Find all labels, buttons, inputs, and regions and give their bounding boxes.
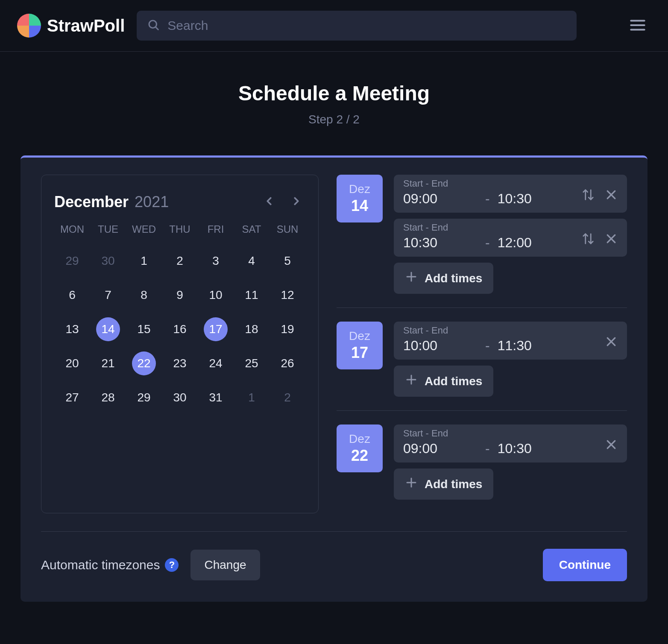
calendar-day[interactable]: 30 (162, 385, 198, 410)
calendar-day[interactable]: 2 (162, 248, 198, 274)
plus-icon (405, 373, 418, 389)
calendar-day[interactable]: 18 (234, 316, 270, 342)
calendar-day[interactable]: 19 (270, 316, 305, 342)
date-pill-day: 14 (351, 197, 368, 215)
slot-start-time[interactable]: 10:30 (403, 235, 485, 251)
repeat-slot-button[interactable] (580, 187, 596, 204)
calendar-day[interactable]: 31 (198, 385, 234, 410)
calendar-day[interactable]: 22 (126, 351, 162, 376)
brand-name: StrawPoll (47, 16, 125, 35)
search-box[interactable] (137, 11, 577, 41)
calendar-day[interactable]: 28 (90, 385, 126, 410)
time-slot: Start - End09:00-10:30 (394, 175, 627, 213)
slot-start-time[interactable]: 09:00 (403, 191, 485, 207)
remove-slot-button[interactable] (603, 334, 619, 351)
calendar-dow: TUE (90, 223, 126, 240)
calendar-day[interactable]: 12 (270, 282, 305, 308)
plus-icon (405, 270, 418, 286)
swap-icon (582, 240, 595, 246)
hamburger-icon (629, 29, 647, 35)
slot-label: Start - End (403, 428, 485, 439)
calendar-day[interactable]: 4 (234, 248, 270, 274)
calendar-day[interactable]: 29 (126, 385, 162, 410)
calendar-day[interactable]: 21 (90, 351, 126, 376)
logo[interactable]: StrawPoll (17, 14, 125, 38)
calendar-day[interactable]: 11 (234, 282, 270, 308)
calendar-day[interactable]: 10 (198, 282, 234, 308)
calendar-day[interactable]: 29 (54, 248, 90, 274)
date-pill-day: 17 (351, 344, 368, 362)
slot-end-time[interactable]: 10:30 (498, 191, 532, 207)
menu-button[interactable] (624, 12, 651, 40)
calendar-day[interactable]: 3 (198, 248, 234, 274)
slot-end-time[interactable]: 12:00 (498, 235, 532, 251)
remove-slot-button[interactable] (603, 436, 619, 454)
timezone-label: Automatic timezones ? (41, 558, 179, 572)
calendar-day[interactable]: 23 (162, 351, 198, 376)
calendar-day[interactable]: 6 (54, 282, 90, 308)
calendar-year: 2021 (135, 193, 169, 211)
date-pill-month: Dez (349, 329, 370, 343)
calendar-day[interactable]: 24 (198, 351, 234, 376)
slot-end-time[interactable]: 11:30 (498, 338, 532, 354)
date-pill: Dez17 (337, 322, 383, 369)
calendar-day[interactable]: 14 (90, 316, 126, 342)
calendar-day[interactable]: 1 (234, 385, 270, 410)
help-icon[interactable]: ? (165, 558, 179, 572)
remove-slot-button[interactable] (603, 187, 619, 204)
calendar-day[interactable]: 27 (54, 385, 90, 410)
close-icon (605, 446, 618, 452)
calendar-day[interactable]: 9 (162, 282, 198, 308)
slot-label: Start - End (403, 222, 485, 233)
calendar: December 2021 (41, 175, 319, 513)
date-pill-day: 22 (351, 447, 368, 465)
calendar-day[interactable]: 1 (126, 248, 162, 274)
page-step: Step 2 / 2 (21, 113, 647, 126)
time-slot: Start - End10:00-11:30 (394, 322, 627, 360)
date-block: Dez22Start - End09:00-10:30Add times (337, 410, 627, 513)
slot-start-time[interactable]: 10:00 (403, 338, 485, 354)
remove-slot-button[interactable] (603, 231, 619, 248)
date-pill: Dez22 (337, 424, 383, 472)
add-times-button[interactable]: Add times (394, 263, 493, 294)
slot-end-time[interactable]: 10:30 (498, 441, 532, 457)
calendar-dow: FRI (198, 223, 234, 240)
search-input[interactable] (167, 18, 566, 33)
calendar-month: December (54, 193, 129, 211)
add-times-button[interactable]: Add times (394, 468, 493, 500)
calendar-day[interactable]: 7 (90, 282, 126, 308)
date-block: Dez17Start - End10:00-11:30Add times (337, 307, 627, 410)
repeat-slot-button[interactable] (580, 231, 596, 248)
slot-start-time[interactable]: 09:00 (403, 441, 485, 457)
calendar-day[interactable]: 15 (126, 316, 162, 342)
card-footer: Automatic timezones ? Change Continue (41, 531, 627, 581)
calendar-day[interactable]: 16 (162, 316, 198, 342)
calendar-day[interactable]: 13 (54, 316, 90, 342)
calendar-day[interactable]: 17 (198, 316, 234, 342)
calendar-day[interactable]: 5 (270, 248, 305, 274)
calendar-day[interactable]: 2 (270, 385, 305, 410)
svg-line-1 (156, 27, 158, 30)
calendar-day[interactable]: 8 (126, 282, 162, 308)
app-header: StrawPoll (0, 0, 668, 52)
time-slot: Start - End10:30-12:00 (394, 219, 627, 257)
change-timezone-button[interactable]: Change (190, 550, 260, 580)
main-card: December 2021 (21, 155, 647, 602)
calendar-next-button[interactable] (287, 192, 305, 211)
calendar-dow: SUN (270, 223, 305, 240)
time-slot: Start - End09:00-10:30 (394, 424, 627, 463)
date-pill-month: Dez (349, 182, 370, 196)
continue-button[interactable]: Continue (543, 549, 627, 581)
calendar-day[interactable]: 20 (54, 351, 90, 376)
calendar-day[interactable]: 26 (270, 351, 305, 376)
slot-label: Start - End (403, 325, 485, 336)
chevron-right-icon (290, 202, 303, 209)
swap-icon (582, 196, 595, 202)
calendar-dow: SAT (234, 223, 270, 240)
close-icon (605, 196, 618, 202)
calendar-day[interactable]: 25 (234, 351, 270, 376)
calendar-day[interactable]: 30 (90, 248, 126, 274)
calendar-prev-button[interactable] (260, 192, 278, 211)
chevron-left-icon (263, 202, 275, 209)
add-times-button[interactable]: Add times (394, 366, 493, 397)
